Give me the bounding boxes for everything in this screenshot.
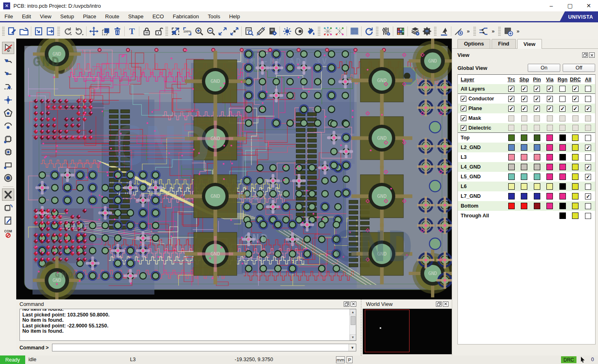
- visibility-checkbox[interactable]: ✓: [534, 106, 540, 112]
- column-header-drc[interactable]: DRC: [569, 77, 582, 82]
- zoom-fit-button[interactable]: [169, 25, 181, 37]
- layer-color-swatch[interactable]: [546, 164, 553, 170]
- layer-color-swatch[interactable]: [508, 193, 515, 199]
- drc-status-badge[interactable]: DRC: [561, 356, 576, 363]
- visibility-checkbox[interactable]: [559, 96, 566, 102]
- select-filter-tool[interactable]: [2, 42, 14, 54]
- toolbar-drag-handle[interactable]: [473, 26, 476, 36]
- column-header-via[interactable]: Via: [544, 77, 557, 82]
- pcb-canvas-area[interactable]: GNDGNDGNDGNDGNDGNDGNDGNDGNDGNDGNDGNDGNDG…: [16, 39, 452, 299]
- global-view-on-button[interactable]: On: [528, 64, 560, 72]
- toolbar-overflow-chevron[interactable]: »: [514, 28, 522, 34]
- toolbar-drag-handle[interactable]: [165, 26, 168, 36]
- layer-color-swatch[interactable]: [559, 183, 566, 190]
- command-history-dropdown[interactable]: ▼: [349, 344, 356, 351]
- layer-color-swatch[interactable]: [508, 173, 515, 180]
- pcb-canvas[interactable]: GNDGNDGNDGNDGNDGNDGNDGNDGNDGNDGNDGNDGNDG…: [16, 39, 452, 299]
- layer-color-swatch[interactable]: [559, 203, 566, 209]
- swap-component-tool[interactable]: [2, 202, 14, 214]
- layer-color-swatch[interactable]: [572, 144, 578, 151]
- add-polygon-tool[interactable]: [2, 107, 14, 119]
- layer-color-swatch[interactable]: [508, 144, 515, 151]
- brightness-button[interactable]: [281, 25, 293, 37]
- toolbar-overflow-chevron[interactable]: »: [489, 28, 497, 34]
- layer-color-swatch[interactable]: [508, 154, 515, 160]
- visibility-checkbox[interactable]: [585, 213, 591, 219]
- status-active-layer[interactable]: L3: [130, 357, 136, 362]
- visibility-checkbox[interactable]: ✓: [572, 106, 578, 112]
- maximize-button[interactable]: ▢: [561, 0, 579, 11]
- layer-enable-checkbox[interactable]: ✓: [461, 106, 466, 111]
- menu-fabrication[interactable]: Fabrication: [168, 11, 203, 21]
- new-design-button[interactable]: [6, 25, 18, 37]
- layer-color-swatch[interactable]: [546, 183, 553, 190]
- layer-color-swatch[interactable]: [546, 134, 553, 141]
- visibility-checkbox[interactable]: ✓: [521, 106, 527, 112]
- global-view-off-button[interactable]: Off: [563, 64, 595, 72]
- units-toggle[interactable]: mm: [336, 356, 345, 363]
- place-component-tool[interactable]: [2, 133, 14, 145]
- layer-color-swatch[interactable]: [572, 154, 578, 160]
- tab-options[interactable]: Options: [457, 39, 490, 48]
- visibility-checkbox[interactable]: ✓: [547, 86, 553, 92]
- visibility-checkbox[interactable]: ✓: [547, 96, 553, 102]
- layer-color-swatch[interactable]: [534, 154, 540, 160]
- layer-color-swatch[interactable]: [521, 144, 527, 151]
- visibility-checkbox[interactable]: ✓: [508, 86, 514, 92]
- layer-color-swatch[interactable]: [521, 173, 527, 180]
- layer-color-swatch[interactable]: [572, 173, 578, 180]
- zoom-extents-button[interactable]: [217, 25, 228, 37]
- menu-eco[interactable]: ECO: [148, 11, 168, 21]
- layer-color-swatch[interactable]: [546, 173, 553, 180]
- command-log[interactable]: No item is found.Last picked point: 103.…: [20, 309, 356, 341]
- toolbar-drag-handle[interactable]: [498, 26, 501, 36]
- color-setup-button[interactable]: [394, 25, 406, 37]
- visibility-checkbox[interactable]: [585, 154, 591, 160]
- add-line-button[interactable]: [453, 25, 464, 37]
- toolbar-overflow-chevron[interactable]: »: [464, 28, 472, 34]
- close-panel-icon[interactable]: [351, 301, 356, 307]
- command-log-scrollbar[interactable]: ▲ ▼: [349, 309, 356, 340]
- toolbar-drag-handle[interactable]: [434, 26, 437, 36]
- visibility-checkbox[interactable]: ✓: [547, 106, 553, 112]
- layer-color-swatch[interactable]: [521, 183, 527, 190]
- visibility-checkbox[interactable]: [585, 86, 591, 92]
- column-header-trc[interactable]: Trc: [505, 77, 518, 82]
- layer-color-swatch[interactable]: [534, 193, 540, 199]
- column-header-layer[interactable]: Layer: [458, 77, 505, 82]
- layer-color-swatch[interactable]: [559, 144, 566, 151]
- scroll-down-icon[interactable]: ▼: [350, 334, 356, 340]
- layer-color-swatch[interactable]: [534, 183, 540, 190]
- visibility-checkbox[interactable]: ✓: [521, 96, 527, 102]
- column-header-rgn[interactable]: Rgn: [556, 77, 569, 82]
- layer-color-swatch[interactable]: [572, 164, 578, 170]
- add-shape-button[interactable]: [502, 25, 514, 37]
- visibility-checkbox[interactable]: ✓: [585, 145, 591, 151]
- layer-color-swatch[interactable]: [572, 203, 578, 209]
- layer-color-swatch[interactable]: [534, 144, 540, 151]
- visibility-checkbox[interactable]: ✓: [534, 96, 540, 102]
- add-text-button[interactable]: T: [126, 25, 138, 37]
- layer-color-swatch[interactable]: [521, 134, 527, 141]
- delete-button[interactable]: [111, 25, 123, 37]
- scroll-up-icon[interactable]: ▲: [350, 309, 356, 315]
- float-panel-icon[interactable]: [344, 301, 349, 307]
- zoom-in-button[interactable]: [193, 25, 205, 37]
- add-route-button[interactable]: [477, 25, 489, 37]
- world-view-canvas[interactable]: [363, 309, 452, 354]
- visibility-checkbox[interactable]: ✓: [572, 86, 578, 92]
- add-rectangle-tool[interactable]: [2, 159, 14, 171]
- layer-enable-checkbox[interactable]: ✓: [461, 115, 466, 121]
- layer-color-swatch[interactable]: [534, 134, 540, 141]
- lock-button[interactable]: [141, 25, 152, 37]
- measure-button[interactable]: [255, 25, 266, 37]
- layer-color-swatch[interactable]: [572, 212, 578, 219]
- fill-color-button[interactable]: [305, 25, 316, 37]
- menu-help[interactable]: Help: [225, 11, 245, 21]
- open-design-button[interactable]: [18, 25, 30, 37]
- visibility-checkbox[interactable]: ✓: [508, 96, 514, 102]
- route-arc-trace-tool[interactable]: [2, 68, 14, 80]
- undo-button[interactable]: [61, 25, 73, 37]
- column-header-pin[interactable]: Pin: [531, 77, 544, 82]
- visibility-checkbox[interactable]: ✓: [534, 86, 540, 92]
